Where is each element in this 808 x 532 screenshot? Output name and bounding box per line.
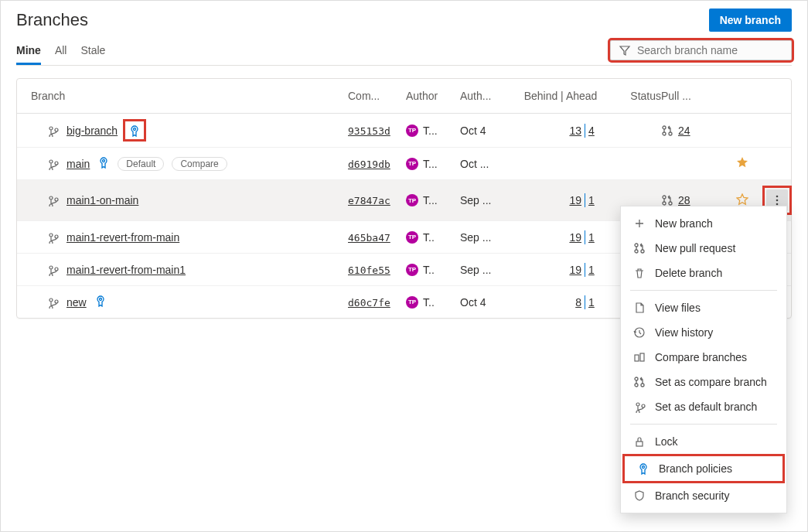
behind-count[interactable]: 8 — [571, 296, 581, 309]
page-title: Branches — [16, 10, 88, 30]
author-name: T.. — [423, 231, 435, 244]
badge-icon — [637, 462, 649, 475]
author-name: T... — [423, 124, 438, 137]
tab-all[interactable]: All — [55, 38, 67, 65]
avatar: TP — [406, 264, 418, 276]
menu-branch-policies[interactable]: Branch policies — [622, 454, 785, 483]
commit-link[interactable]: 610fe55 — [348, 264, 390, 276]
authored-date: Oct 4 — [460, 124, 514, 137]
pull-request-icon — [661, 124, 673, 137]
col-status[interactable]: Status — [607, 90, 661, 102]
avatar: TP — [406, 124, 418, 137]
commit-link[interactable]: 935153d — [348, 125, 390, 137]
behind-count[interactable]: 19 — [569, 231, 581, 244]
branch-icon — [46, 231, 59, 244]
avatar: TP — [406, 296, 418, 309]
menu-new-branch[interactable]: New branch — [621, 211, 786, 236]
compare-tag[interactable]: Compare — [172, 157, 227, 171]
ahead-count[interactable]: 4 — [588, 124, 599, 137]
menu-compare[interactable]: Compare branches — [621, 345, 786, 370]
branch-icon — [46, 264, 59, 276]
new-branch-button[interactable]: New branch — [709, 9, 792, 32]
commit-link[interactable]: d6919db — [348, 159, 390, 170]
menu-delete[interactable]: Delete branch — [621, 261, 786, 285]
branch-icon — [46, 296, 59, 309]
tabs: MineAllStale — [16, 38, 105, 65]
author-name: T... — [423, 158, 438, 170]
col-pr[interactable]: Pull ... — [661, 90, 723, 102]
menu-branch-security[interactable]: Branch security — [621, 483, 786, 508]
table-row[interactable]: mainDefaultCompared6919dbTPT...Oct ... — [17, 147, 791, 179]
star-outline-icon[interactable] — [736, 193, 748, 206]
ahead-count[interactable]: 1 — [588, 231, 599, 244]
menu-set-default[interactable]: Set as default branch — [621, 394, 786, 419]
more-vertical-icon — [771, 194, 783, 206]
menu-set-compare[interactable]: Set as compare branch — [621, 370, 786, 394]
avatar: TP — [406, 231, 418, 244]
menu-new-pr[interactable]: New pull request — [621, 236, 786, 261]
avatar: TP — [406, 194, 418, 206]
col-authored[interactable]: Auth... — [460, 90, 514, 102]
lock-icon — [633, 435, 646, 448]
star-filled-icon[interactable] — [736, 156, 748, 169]
trash-icon — [633, 267, 646, 279]
default-tag: Default — [118, 157, 164, 171]
badge-icon[interactable] — [97, 156, 110, 169]
authored-date: Sep ... — [460, 194, 514, 206]
col-commit[interactable]: Com... — [348, 90, 406, 102]
shield-icon — [633, 489, 646, 502]
commit-link[interactable]: e7847ac — [348, 195, 390, 206]
compare-icon — [633, 351, 646, 363]
authored-date: Sep ... — [460, 231, 514, 244]
authored-date: Oct 4 — [460, 296, 514, 309]
ahead-count[interactable]: 1 — [588, 296, 599, 309]
author-name: T... — [423, 194, 438, 206]
ahead-count[interactable]: 1 — [588, 264, 599, 276]
avatar: TP — [406, 158, 418, 170]
branch-link[interactable]: main1-revert-from-main1 — [66, 264, 186, 276]
col-behind-ahead[interactable]: Behind | Ahead — [514, 90, 607, 102]
author-name: T.. — [423, 296, 435, 309]
branch-link[interactable]: main1-on-main — [66, 194, 138, 206]
pr-link[interactable]: 28 — [678, 194, 690, 206]
tab-mine[interactable]: Mine — [16, 38, 41, 65]
menu-view-history[interactable]: View history — [621, 320, 786, 345]
authored-date: Oct ... — [460, 158, 514, 170]
branch-link[interactable]: main — [66, 158, 90, 170]
ahead-count[interactable]: 1 — [588, 194, 599, 206]
pull-request-icon — [633, 376, 646, 388]
authored-date: Sep ... — [460, 264, 514, 276]
branch-link[interactable]: big-branch — [66, 124, 118, 137]
history-icon — [633, 326, 646, 339]
commit-link[interactable]: 465ba47 — [348, 232, 390, 244]
plus-icon — [633, 217, 646, 230]
menu-view-files[interactable]: View files — [621, 295, 786, 320]
tab-stale[interactable]: Stale — [80, 38, 105, 65]
branch-link[interactable]: new — [66, 296, 87, 309]
behind-count[interactable]: 13 — [569, 124, 581, 137]
col-branch[interactable]: Branch — [31, 90, 348, 102]
commit-link[interactable]: d60c7fe — [348, 297, 390, 309]
branch-icon — [46, 194, 59, 206]
search-box[interactable] — [610, 40, 792, 60]
behind-count[interactable]: 19 — [569, 264, 581, 276]
pr-link[interactable]: 24 — [678, 124, 690, 137]
branch-context-menu: New branch New pull request Delete branc… — [620, 206, 787, 513]
pull-request-icon — [661, 194, 673, 206]
branch-link[interactable]: main1-revert-from-main — [66, 231, 179, 244]
search-input[interactable] — [631, 44, 783, 56]
behind-count[interactable]: 19 — [569, 194, 581, 206]
author-name: T.. — [423, 264, 435, 276]
badge-icon[interactable] — [128, 124, 141, 137]
branch-icon — [46, 124, 59, 137]
col-author[interactable]: Author — [406, 90, 460, 102]
file-icon — [633, 302, 646, 314]
filter-icon — [619, 44, 631, 56]
table-header: Branch Com... Author Auth... Behind | Ah… — [17, 79, 791, 114]
branch-icon — [46, 158, 59, 170]
badge-icon[interactable] — [94, 295, 107, 307]
table-row[interactable]: big-branch935153dTPT...Oct 413424 — [17, 114, 791, 147]
pull-request-icon — [633, 242, 646, 254]
menu-lock[interactable]: Lock — [621, 429, 786, 454]
branch-icon — [633, 401, 646, 413]
